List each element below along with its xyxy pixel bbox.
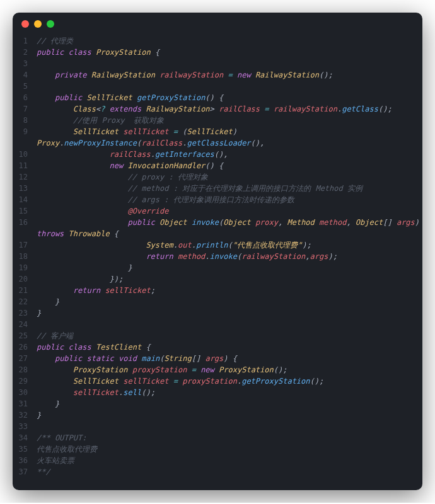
code-content: Proxy.newProxyInstance(railClass.getClas… (37, 137, 264, 149)
line-number: 3 (18, 58, 37, 69)
line-number: 37 (18, 466, 37, 478)
minimize-icon[interactable] (34, 20, 42, 28)
code-line: 21 return sellTicket; (18, 285, 410, 296)
line-number: 8 (18, 115, 37, 126)
line-number: 14 (18, 194, 37, 205)
line-number: 16 (18, 217, 37, 228)
code-line: 3 (18, 58, 410, 69)
code-content: System.out.println("代售点收取代理费"); (37, 239, 311, 251)
code-content: // method : 对应于在代理对象上调用的接口方法的 Method 实例 (37, 183, 362, 194)
code-line: 24 (18, 319, 410, 330)
code-line: 11 new InvocationHandler() { (18, 160, 410, 171)
code-content: sellTicket.sell(); (37, 387, 155, 398)
line-number: 34 (18, 432, 37, 444)
code-line: 12 // proxy : 代理对象 (18, 171, 410, 183)
code-content: public Object invoke(Object proxy, Metho… (37, 217, 422, 228)
code-line: 28 ProxyStation proxyStation = new Proxy… (18, 364, 410, 375)
code-content: } (37, 307, 41, 319)
code-content: // args : 代理对象调用接口方法时传递的参数 (37, 194, 294, 205)
line-number: 11 (18, 160, 37, 171)
code-line: 25// 客户端 (18, 330, 410, 341)
line-number: 25 (18, 330, 37, 341)
code-content: return sellTicket; (37, 285, 155, 296)
code-content: public class ProxyStation { (37, 47, 160, 58)
code-content: } (37, 262, 132, 273)
code-content: // 代理类 (37, 35, 73, 47)
line-number: 12 (18, 171, 37, 183)
code-content: /** OUTPUT: (37, 432, 86, 444)
titlebar (13, 13, 422, 35)
line-number: 20 (18, 273, 37, 285)
code-content: @Override (37, 205, 169, 217)
code-line: 13 // method : 对应于在代理对象上调用的接口方法的 Method … (18, 183, 410, 194)
code-window: 1// 代理类2public class ProxyStation {34 pr… (13, 13, 422, 490)
line-number: 13 (18, 183, 37, 194)
line-number: 1 (18, 35, 37, 47)
code-line: 5 (18, 81, 410, 92)
line-number: 18 (18, 251, 37, 262)
line-number: 24 (18, 319, 37, 330)
line-number (18, 137, 37, 149)
line-number: 32 (18, 410, 37, 421)
code-line: 20 }); (18, 273, 410, 285)
code-content: Class<? extends RailwayStation> railClas… (37, 103, 392, 115)
code-content: } (37, 410, 41, 421)
code-line: 2public class ProxyStation { (18, 47, 410, 58)
line-number: 22 (18, 296, 37, 307)
line-number: 21 (18, 285, 37, 296)
code-content: // proxy : 代理对象 (37, 171, 208, 183)
code-content: public static void main(String[] args) { (37, 353, 237, 364)
code-content: throws Throwable { (37, 228, 119, 239)
code-line: 6 public SellTicket getProxyStation() { (18, 92, 410, 103)
code-line: 15 @Override (18, 205, 410, 217)
code-content: //使用 Proxy 获取对象 (37, 115, 164, 126)
code-line: 36火车站卖票 (18, 455, 410, 466)
code-line: 27 public static void main(String[] args… (18, 353, 410, 364)
code-line: throws Throwable { (18, 228, 410, 239)
code-content: SellTicket sellTicket = (SellTicket) (37, 126, 241, 137)
code-line: 14 // args : 代理对象调用接口方法时传递的参数 (18, 194, 410, 205)
code-content: return method.invoke(railwayStation,args… (37, 251, 337, 262)
code-content: ProxyStation proxyStation = new ProxySta… (37, 364, 287, 375)
line-number: 36 (18, 455, 37, 466)
code-content: // 客户端 (37, 330, 73, 341)
line-number: 28 (18, 364, 37, 375)
code-content: **/ (37, 466, 50, 478)
code-content: SellTicket sellTicket = proxyStation.get… (37, 375, 323, 387)
code-content: railClass.getInterfaces(), (37, 149, 228, 160)
line-number: 15 (18, 205, 37, 217)
code-line: 16 public Object invoke(Object proxy, Me… (18, 217, 410, 228)
line-number: 19 (18, 262, 37, 273)
line-number: 31 (18, 398, 37, 410)
code-line: 8 //使用 Proxy 获取对象 (18, 115, 410, 126)
line-number: 9 (18, 126, 37, 137)
line-number: 5 (18, 81, 37, 92)
code-content: }); (37, 273, 123, 285)
code-content: public SellTicket getProxyStation() { (37, 92, 223, 103)
line-number: 27 (18, 353, 37, 364)
line-number: 26 (18, 341, 37, 353)
line-number: 10 (18, 149, 37, 160)
line-number (18, 228, 37, 239)
code-line: 23} (18, 307, 410, 319)
code-content: private RailwayStation railwayStation = … (37, 69, 333, 81)
code-line: 30 sellTicket.sell(); (18, 387, 410, 398)
code-line: 10 railClass.getInterfaces(), (18, 149, 410, 160)
code-content: 代售点收取代理费 (37, 444, 97, 455)
line-number: 4 (18, 69, 37, 81)
code-line: 18 return method.invoke(railwayStation,a… (18, 251, 410, 262)
close-icon[interactable] (21, 20, 29, 28)
code-line: 34/** OUTPUT: (18, 432, 410, 444)
code-line: 33 (18, 421, 410, 432)
code-line: 37**/ (18, 466, 410, 478)
line-number: 2 (18, 47, 37, 58)
maximize-icon[interactable] (47, 20, 54, 28)
code-line: 32} (18, 410, 410, 421)
line-number: 29 (18, 375, 37, 387)
line-number: 35 (18, 444, 37, 455)
code-line: 17 System.out.println("代售点收取代理费"); (18, 239, 410, 251)
code-line: 35代售点收取代理费 (18, 444, 410, 455)
code-content: new InvocationHandler() { (37, 160, 223, 171)
line-number: 17 (18, 239, 37, 251)
code-line: 19 } (18, 262, 410, 273)
